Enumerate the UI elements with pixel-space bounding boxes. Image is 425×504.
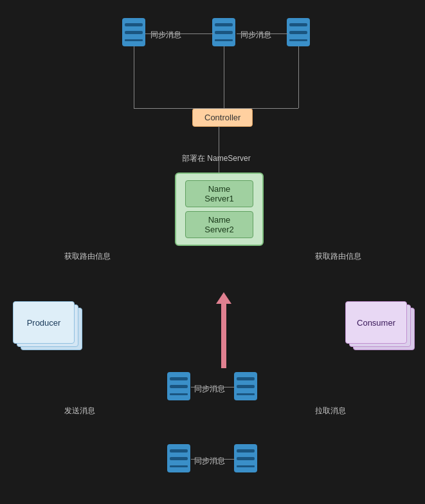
line-top-1-2 — [145, 33, 213, 34]
server-line-3 — [125, 39, 143, 41]
server-line-3 — [237, 393, 255, 395]
line-h-left-ctrl — [134, 108, 224, 109]
send-msg-label: 发送消息 — [64, 406, 95, 416]
server-line-1 — [237, 377, 255, 380]
line-controller-to-ns — [219, 126, 219, 173]
nameserver-1-label: Name Server1 — [185, 180, 253, 207]
server-line-1 — [215, 23, 233, 26]
arrow-shaft — [221, 304, 226, 368]
server-line-3 — [215, 39, 233, 41]
consumer-label: Consumer — [357, 318, 395, 328]
controller-box: Controller — [192, 108, 253, 127]
broker-mid-1 — [167, 372, 190, 400]
producer-label: Producer — [27, 318, 61, 328]
server-line-2 — [237, 385, 255, 388]
server-line-2 — [170, 457, 188, 460]
line-bot — [191, 459, 235, 460]
server-icon-body — [234, 372, 257, 400]
line-top3-down — [298, 46, 299, 108]
server-line-3 — [170, 393, 188, 395]
server-line-1 — [125, 23, 143, 26]
server-icon-body — [234, 444, 257, 472]
broker-top-2 — [212, 18, 235, 46]
server-icon-body — [167, 372, 190, 400]
line-top2-down — [224, 46, 224, 108]
server-icon-body — [122, 18, 145, 46]
architecture-diagram: 同步消息 同步消息 Controller 部署在 NameServer Name… — [0, 0, 425, 504]
server-icon-body — [287, 18, 310, 46]
nameserver-cluster: Name Server1 Name Server2 — [175, 173, 264, 246]
get-route-left-label: 获取路由信息 — [64, 251, 111, 262]
consumer-card-1: Consumer — [345, 301, 407, 344]
broker-top-1 — [122, 18, 145, 46]
line-top-2-3 — [237, 33, 288, 34]
line-top1-down — [134, 46, 134, 108]
broker-bot-2 — [234, 444, 257, 472]
server-icon-body — [212, 18, 235, 46]
server-icon-body — [167, 444, 190, 472]
server-line-1 — [170, 377, 188, 380]
server-line-1 — [237, 449, 255, 453]
arrow-up — [216, 292, 231, 368]
server-line-1 — [170, 449, 188, 453]
server-line-2 — [170, 385, 188, 388]
server-line-3 — [289, 39, 307, 41]
nameserver-2-label: Name Server2 — [185, 211, 253, 238]
deploy-nameserver-label: 部署在 NameServer — [182, 153, 251, 164]
sync-msg-label-top-2: 同步消息 — [240, 30, 271, 41]
arrow-head — [216, 292, 231, 304]
broker-bot-1 — [167, 444, 190, 472]
consumer-stack: Consumer — [344, 301, 415, 353]
producer-card-1: Producer — [13, 301, 75, 344]
server-line-2 — [215, 31, 233, 34]
sync-msg-label-mid: 同步消息 — [194, 384, 225, 395]
broker-top-3 — [287, 18, 310, 46]
server-line-2 — [237, 457, 255, 460]
producer-stack: Producer — [12, 301, 82, 353]
controller-label: Controller — [204, 113, 240, 122]
server-line-2 — [289, 31, 307, 34]
sync-msg-label-bot: 同步消息 — [194, 456, 225, 467]
server-line-1 — [289, 23, 307, 26]
server-line-3 — [237, 465, 255, 467]
server-line-2 — [125, 31, 143, 34]
get-route-right-label: 获取路由信息 — [315, 251, 361, 262]
line-h-right-ctrl — [224, 108, 298, 109]
server-line-3 — [170, 465, 188, 467]
pull-msg-label: 拉取消息 — [315, 406, 346, 416]
broker-mid-2 — [234, 372, 257, 400]
sync-msg-label-top-1: 同步消息 — [150, 30, 181, 41]
line-mid — [191, 387, 235, 387]
